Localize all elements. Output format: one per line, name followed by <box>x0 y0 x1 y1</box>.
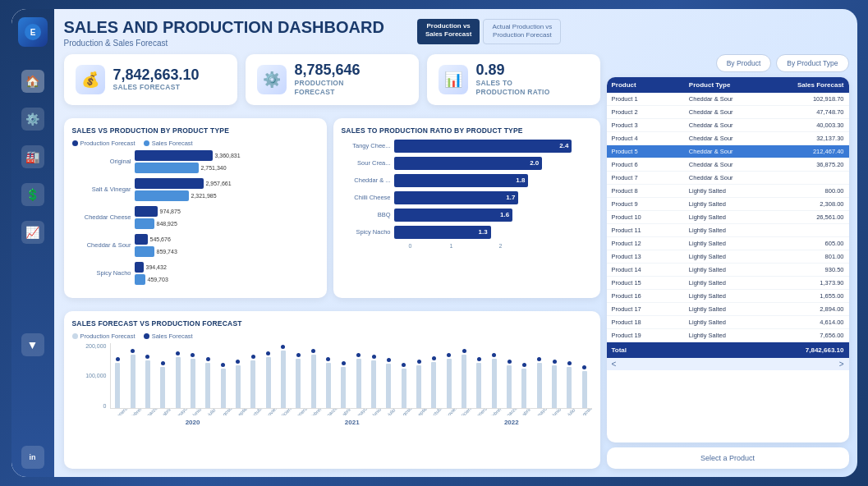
h-bar-row-chilli: Chilli Cheese 1.7 <box>342 191 592 204</box>
forecast-bar-prod <box>356 359 361 408</box>
kpi-production-icon: ⚙️ <box>257 65 287 94</box>
table-row[interactable]: Product 11 Lightly Salted <box>607 224 849 237</box>
td-product: Product 5 <box>612 148 689 155</box>
bar-val-prod-salt: 2,957,661 <box>206 181 232 186</box>
forecast-x-labels: enerofebreromarzoabrilmayojuniojulioagos… <box>72 409 592 415</box>
td-type: Lightly Salted <box>689 187 766 195</box>
td-type: Lightly Salted <box>689 253 766 260</box>
forecast-chart-title: SALES FORECAST VS PRODUCTION FORECAST <box>72 319 592 328</box>
bar-label-spicy: Spicy Nacho <box>72 269 131 277</box>
kpi-sales-label: SALES FORECAST <box>113 83 200 92</box>
bar-row-original: Original 3,360,831 2,751,340 <box>72 150 319 173</box>
tf-empty <box>689 346 766 354</box>
right-panel: By Product By Product Type Product Produ… <box>607 54 849 469</box>
forecast-chart-area: 200,000 100,000 0 <box>72 343 592 409</box>
table-row[interactable]: Product 1 Cheddar & Sour 102,918.70 <box>607 93 849 106</box>
table-row[interactable]: Product 6 Cheddar & Sour 36,875.20 <box>607 158 849 172</box>
bar-val-prod-spicy: 394,432 <box>146 264 167 270</box>
forecast-dot <box>402 363 406 367</box>
sidebar-item-home[interactable]: 🏠 <box>21 70 44 93</box>
x-label: enero <box>295 409 308 415</box>
forecast-bar-prod <box>281 351 286 408</box>
sidebar-item-factory[interactable]: 🏭 <box>21 145 44 168</box>
page-title: SALES AND PRODUCTION DASHBOARD <box>64 17 384 37</box>
nav-arrow-left[interactable]: < <box>612 360 617 369</box>
bar-chart-legend: Production Forecast Sales Forecast <box>72 140 319 147</box>
table-row[interactable]: Product 19 Lightly Salted 7,656.00 <box>607 329 849 342</box>
x-label: febrero <box>130 409 143 415</box>
table-row[interactable]: Product 17 Lightly Salted 2,894.00 <box>607 303 849 316</box>
ratio-chart-title: SALES TO PRODUCTION RATIO BY PRODUCT TYP… <box>342 126 592 135</box>
th-product: Product <box>612 81 689 89</box>
sidebar-item-filter[interactable]: ▼ <box>21 333 44 356</box>
td-product: Product 8 <box>612 187 689 195</box>
table-footer: Total 7,842,663.10 <box>607 342 849 358</box>
h-bar-fill-tangy: 2.4 <box>394 140 572 153</box>
forecast-dot <box>116 357 120 361</box>
td-forecast: 930.50 <box>766 266 843 273</box>
kpi-production-label: PRODUCTIONFORECAST <box>295 79 361 97</box>
h-bar-val-sour: 2.0 <box>530 159 539 167</box>
select-product-label: Select a Product <box>700 454 755 462</box>
h-bar-outer-spicy2: 1.3 <box>394 226 592 239</box>
table-row[interactable]: Product 7 Cheddar & Sour <box>607 172 849 185</box>
x-label: marzo <box>325 409 338 415</box>
table-row[interactable]: Product 12 Lightly Salted 605.00 <box>607 237 849 250</box>
table-row[interactable]: Product 14 Lightly Salted 930.50 <box>607 264 849 277</box>
forecast-bar-group <box>111 357 125 408</box>
table-row[interactable]: Product 9 Lightly Salted 2,308.00 <box>607 198 849 211</box>
forecast-bar-group <box>201 357 215 408</box>
h-bar-fill-cheddar2: 1.8 <box>394 174 529 187</box>
table-row[interactable]: Product 15 Lightly Salted 1,373.90 <box>607 277 849 290</box>
x-label: junio <box>549 409 563 415</box>
sidebar-item-settings[interactable]: ⚙️ <box>21 108 44 131</box>
tab-actual-vs-forecast[interactable]: Actual Production vsProduction Forecast <box>483 19 561 44</box>
td-product: Product 19 <box>612 332 689 339</box>
table-row[interactable]: Product 13 Lightly Salted 801.00 <box>607 250 849 264</box>
legend-dot-prod-forecast <box>72 333 78 339</box>
td-forecast: 40,003.30 <box>766 122 843 129</box>
forecast-dot <box>462 349 466 353</box>
td-forecast: 47,748.70 <box>766 108 843 116</box>
h-bar-val-chilli: 1.7 <box>506 194 515 201</box>
sidebar-item-analytics[interactable]: 📈 <box>21 221 44 244</box>
x-label: mayo <box>175 409 188 415</box>
table-row[interactable]: Product 18 Lightly Salted 4,614.00 <box>607 316 849 329</box>
year-2021: 2021 <box>273 419 432 426</box>
bar-wrap-sales-salt: 2,321,985 <box>135 190 319 201</box>
table-row[interactable]: Product 10 Lightly Salted 26,561.00 <box>607 211 849 224</box>
td-forecast: 2,894.00 <box>766 305 843 313</box>
legend-production: Production Forecast <box>72 140 135 147</box>
nav-arrow-right[interactable]: > <box>839 360 844 369</box>
sidebar-item-linkedin[interactable]: in <box>21 446 44 469</box>
select-product-bar[interactable]: Select a Product <box>607 447 849 469</box>
x-label: dicien... <box>460 409 473 415</box>
h-bar-outer-sour: 2.0 <box>394 157 592 170</box>
forecast-bar-group <box>502 360 516 408</box>
forecast-bar-group <box>457 349 471 408</box>
header: SALES AND PRODUCTION DASHBOARD Productio… <box>64 17 849 48</box>
h-bar-outer-tangy: 2.4 <box>394 140 592 153</box>
bar-prod-cheddar <box>135 206 158 217</box>
table-row[interactable]: Product 4 Cheddar & Sour 32,137.30 <box>607 132 849 145</box>
tab-production-vs-sales[interactable]: Production vsSales Forecast <box>417 19 480 44</box>
table-row[interactable]: Product 2 Cheddar & Sour 47,748.70 <box>607 106 849 119</box>
forecast-bar-prod <box>521 369 526 408</box>
btn-by-product-type[interactable]: By Product Type <box>776 54 848 72</box>
table-row[interactable]: Product 5 Cheddar & Sour 212,467.40 <box>607 145 849 158</box>
legend-label-sales-forecast: Sales Forecast <box>152 332 193 340</box>
td-type: Lightly Salted <box>689 332 766 339</box>
forecast-dot <box>372 355 376 359</box>
legend-sales: Sales Forecast <box>144 140 193 147</box>
x-label: enero <box>475 409 488 415</box>
forecast-bar-prod <box>386 364 391 408</box>
forecast-bar-group <box>487 353 501 408</box>
h-bar-val-bbq: 1.6 <box>500 211 509 218</box>
btn-by-product[interactable]: By Product <box>716 54 772 72</box>
td-product: Product 12 <box>612 240 689 247</box>
bar-prod-salt <box>135 178 204 189</box>
table-row[interactable]: Product 16 Lightly Salted 1,655.00 <box>607 290 849 303</box>
sidebar-item-finance[interactable]: 💲 <box>21 183 44 206</box>
table-row[interactable]: Product 8 Lightly Salted 800.00 <box>607 185 849 198</box>
table-row[interactable]: Product 3 Cheddar & Sour 40,003.30 <box>607 119 849 132</box>
